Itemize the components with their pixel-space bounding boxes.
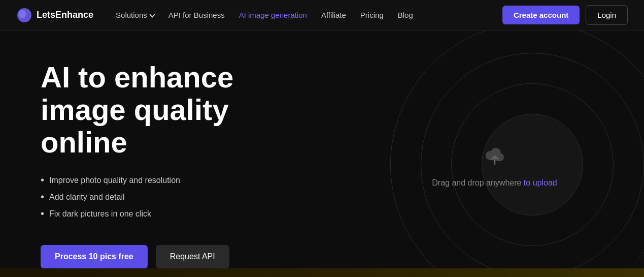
nav-link-ai-image-generation[interactable]: AI image generation: [233, 7, 313, 23]
nav-link-affiliate[interactable]: Affiliate: [315, 7, 352, 23]
bullet-2: Add clarity and detail: [41, 191, 315, 203]
create-account-button[interactable]: Create account: [502, 6, 580, 24]
process-pics-button[interactable]: Process 10 pics free: [41, 245, 148, 268]
hero-left: AI to enhance image quality online Impro…: [0, 30, 345, 277]
nav-link-pricing[interactable]: Pricing: [354, 7, 390, 23]
upload-instructions: Drag and drop anywhere to upload: [432, 178, 557, 188]
upload-link[interactable]: to upload: [524, 178, 557, 187]
nav-link-blog[interactable]: Blog: [392, 7, 419, 23]
nav-actions: Create account Login: [502, 5, 628, 25]
upload-cloud-icon: [481, 142, 509, 170]
nav-link-solutions[interactable]: Solutions: [110, 7, 160, 23]
hero-section: AI to enhance image quality online Impro…: [0, 30, 644, 277]
logo[interactable]: LetsEnhance: [16, 7, 93, 23]
svg-point-1: [19, 10, 26, 18]
hero-right[interactable]: Drag and drop anywhere to upload: [345, 30, 644, 277]
chevron-down-icon: [149, 12, 155, 17]
bullet-3: Fix dark pictures in one click: [41, 208, 315, 220]
hero-title: AI to enhance image quality online: [41, 61, 315, 158]
hero-bullets: Improve photo quality and resolution Add…: [41, 174, 315, 225]
bottom-strip-decoration: [0, 268, 644, 277]
logo-text: LetsEnhance: [37, 10, 93, 20]
login-button[interactable]: Login: [586, 5, 628, 25]
nav-links: Solutions API for Business AI image gene…: [110, 7, 498, 23]
logo-icon: [16, 7, 32, 23]
request-api-button[interactable]: Request API: [156, 245, 229, 268]
hero-ctas: Process 10 pics free Request API: [41, 245, 315, 268]
bullet-1: Improve photo quality and resolution: [41, 174, 315, 186]
nav-link-api-for-business[interactable]: API for Business: [162, 7, 231, 23]
upload-zone[interactable]: Drag and drop anywhere to upload: [432, 142, 557, 188]
